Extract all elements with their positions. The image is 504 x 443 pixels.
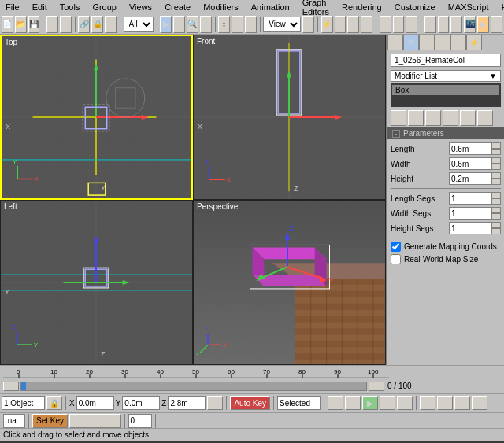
param-height-down[interactable]: ▾ <box>491 179 501 185</box>
goto-end-btn[interactable]: ▶| <box>397 396 413 410</box>
real-world-checkbox[interactable] <box>391 254 401 264</box>
param-width-segs-down[interactable]: ▾ <box>491 213 501 220</box>
tb-open[interactable]: 📂 <box>15 16 27 33</box>
selection-filter-dropdown[interactable]: All <box>124 17 154 32</box>
menu-group[interactable]: Group <box>90 2 119 12</box>
menu-animation[interactable]: Animation <box>249 2 292 12</box>
param-width-up[interactable]: ▴ <box>491 157 501 164</box>
play-btn[interactable]: ▶ <box>362 396 378 410</box>
viewport-front[interactable]: Front <box>193 35 386 200</box>
prev-frame-btn[interactable]: ◀ <box>345 396 361 410</box>
rp-tab-create[interactable]: ◆ <box>387 35 403 50</box>
param-length-down[interactable]: ▾ <box>491 149 501 155</box>
modifier-list-dropdown[interactable]: Modifier List ▼ <box>391 70 501 82</box>
rp-tab-utilities[interactable]: ⚡ <box>466 35 482 50</box>
goto-start-btn[interactable]: |◀ <box>328 396 343 410</box>
auto-key-btn[interactable]: Auto Key <box>230 396 270 410</box>
param-width-down[interactable]: ▾ <box>491 164 501 170</box>
viewport-config3-btn[interactable]: ▨ <box>472 396 487 410</box>
menu-file[interactable]: File <box>3 2 22 12</box>
x-coord-field[interactable]: 0.0m <box>76 396 114 410</box>
tb-move[interactable]: ↕ <box>218 16 230 33</box>
tb-activeshade[interactable]: ■ <box>491 16 502 33</box>
viewport-left[interactable]: Left <box>0 200 193 365</box>
object-name-field[interactable]: 1_0256_RemateCol <box>391 54 501 67</box>
menu-tools[interactable]: Tools <box>57 2 83 12</box>
frame-counter[interactable]: 0 <box>128 414 152 428</box>
rp-configure[interactable]: ■ <box>408 110 424 126</box>
tb-layer[interactable]: ☰ <box>406 16 417 33</box>
tb-link[interactable]: 🔗 <box>78 16 90 33</box>
tb-save[interactable]: 💾 <box>28 16 40 33</box>
tb-render[interactable]: ▶ <box>477 16 489 33</box>
tb-bind[interactable]: ⚒ <box>105 16 117 33</box>
tb-rotate[interactable]: ↻ <box>232 16 243 33</box>
tb-percent-snap[interactable]: % <box>347 16 359 33</box>
rp-delete[interactable]: ✕ <box>443 110 458 126</box>
tb-align[interactable]: ◫ <box>393 16 405 33</box>
timeline-scroll-left[interactable]: ◀ <box>3 382 19 391</box>
param-length-segs-input[interactable]: 1 <box>449 192 492 205</box>
tb-unlink[interactable]: 🔒 <box>91 16 103 33</box>
rp-up[interactable]: ⇧ <box>460 110 476 126</box>
tb-select-name[interactable]: 🔍 <box>187 16 198 33</box>
coord-lock-btn[interactable]: ▲ <box>207 396 223 410</box>
param-length-segs-up[interactable]: ▴ <box>491 192 501 198</box>
menu-views[interactable]: Views <box>127 2 154 12</box>
viewport-config-btn[interactable]: ▤ <box>437 396 453 410</box>
tb-schematic[interactable]: ☍ <box>438 16 450 33</box>
tb-window-cross[interactable]: ▦ <box>200 16 212 33</box>
rp-active[interactable]: ◆ <box>425 110 441 126</box>
tb-redo[interactable]: ↷ <box>60 16 72 33</box>
rp-pin[interactable]: ○ <box>391 110 406 126</box>
param-height-segs-down[interactable]: ▾ <box>491 228 501 234</box>
menu-modifiers[interactable]: Modifiers <box>201 2 241 12</box>
tb-snap-toggle[interactable]: ⚡ <box>321 16 333 33</box>
params-collapse-btn[interactable]: - <box>392 130 400 138</box>
param-length-up[interactable]: ▴ <box>491 142 501 149</box>
rp-tab-display[interactable]: ■ <box>450 35 466 50</box>
param-length-input[interactable]: 0.6m <box>449 142 492 155</box>
menu-customize[interactable]: Customize <box>392 2 438 12</box>
timeline-scroll-right[interactable]: ▶ <box>369 382 384 391</box>
timeline-track[interactable] <box>20 382 367 391</box>
tb-pivot[interactable]: ◇ <box>302 16 314 33</box>
param-height-segs-input[interactable]: 1 <box>449 222 492 234</box>
set-key-btn[interactable]: Set Key <box>32 414 68 428</box>
menu-help[interactable]: Help <box>499 2 504 12</box>
tb-curve-editor[interactable]: ~ <box>424 16 436 33</box>
modifier-box-item[interactable]: Box <box>392 85 499 95</box>
param-width-input[interactable]: 0.6m <box>449 157 492 170</box>
tb-scale[interactable]: ⇕ <box>245 16 257 33</box>
gen-mapping-checkbox[interactable] <box>391 242 401 252</box>
z-coord-field[interactable]: 2.8m <box>168 396 206 410</box>
tb-render-setup[interactable]: 🌃 <box>464 16 476 33</box>
viewport-perspective[interactable]: Perspective <box>193 200 386 365</box>
viewport-top[interactable]: Top <box>0 35 193 200</box>
rp-tab-modify[interactable]: ⚒ <box>403 35 419 50</box>
menu-create[interactable]: Create <box>162 2 193 12</box>
next-frame-btn[interactable]: ▶ <box>380 396 395 410</box>
reference-coord-dropdown[interactable]: View <box>263 17 301 32</box>
rp-down[interactable]: ⇩ <box>477 110 493 126</box>
param-width-segs-up[interactable]: ▴ <box>491 207 501 213</box>
rp-tab-motion[interactable]: ▷ <box>435 35 450 50</box>
tb-mirror[interactable]: ↔ <box>380 16 391 33</box>
menu-graph-editors[interactable]: Graph Editors <box>300 0 332 17</box>
menu-edit[interactable]: Edit <box>30 2 50 12</box>
tb-select-region[interactable]: □ <box>173 16 185 33</box>
time-config-btn[interactable]: ■ <box>420 396 435 410</box>
tb-new[interactable]: 📄 <box>2 16 13 33</box>
tb-select[interactable]: ▶ <box>160 16 172 33</box>
lock-selection-btn[interactable]: 🔒 <box>46 396 62 410</box>
params-section-header[interactable]: - Parameters <box>387 127 504 139</box>
param-width-segs-input[interactable]: 1 <box>449 207 492 220</box>
param-length-segs-down[interactable]: ▾ <box>491 198 501 205</box>
menu-maxscript[interactable]: MAXScript <box>446 2 491 12</box>
param-height-segs-up[interactable]: ▴ <box>491 222 501 228</box>
y-coord-field[interactable]: 0.0m <box>122 396 160 410</box>
menu-rendering[interactable]: Rendering <box>339 2 384 12</box>
tb-angle-snap[interactable]: ∟ <box>335 16 346 33</box>
tb-spinner-snap[interactable]: ◆ <box>361 16 372 33</box>
param-height-up[interactable]: ▴ <box>491 172 501 179</box>
